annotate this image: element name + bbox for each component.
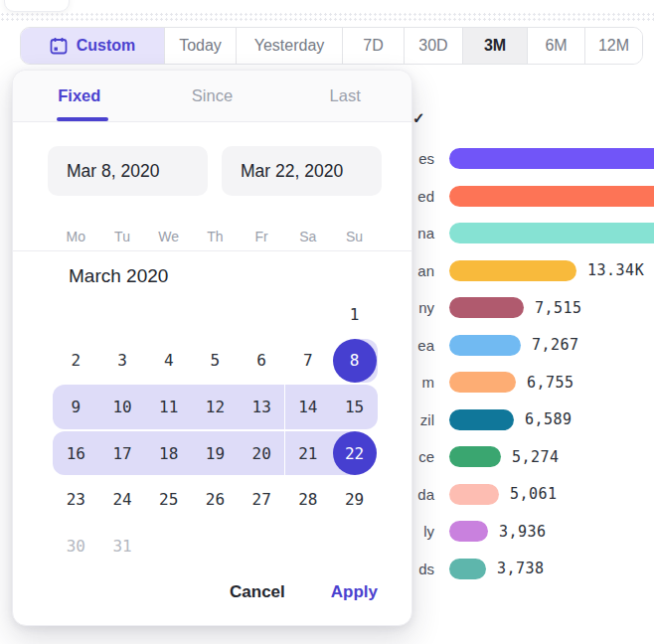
bar[interactable] [449,521,488,542]
bar[interactable] [449,148,654,169]
day-cell-14[interactable]: 14 [285,384,332,430]
day-number: 20 [252,444,271,463]
day-cell-4[interactable]: 4 [145,338,192,385]
day-cell-21[interactable]: 21 [285,430,332,477]
calendar-week-row: 16171819202122 [53,430,378,477]
end-date-input[interactable]: Mar 22, 2020 [222,146,382,196]
bar[interactable] [449,484,499,505]
bar-value: 6,589 [525,402,572,439]
bar[interactable] [449,559,486,579]
day-cell-17[interactable]: 17 [99,430,146,477]
empty-cell [145,291,192,338]
day-cell-13[interactable]: 13 [239,384,285,430]
segment-label: 12M [598,37,629,55]
day-cell-22[interactable]: 22 [331,430,378,477]
tab-label: Since [192,86,233,105]
bar-value: 7,267 [532,327,579,365]
day-cell-16[interactable]: 16 [53,430,99,477]
day-cell-11[interactable]: 11 [145,384,192,430]
end-date-value: Mar 22, 2020 [241,161,343,182]
day-number: 8 [350,351,360,370]
bar-value: 5,061 [510,476,558,514]
range-segment-3m[interactable]: 3M [463,28,528,64]
empty-cell [145,523,192,569]
day-cell-3[interactable]: 3 [99,338,146,385]
empty-cell [192,523,239,569]
range-segment-30d[interactable]: 30D [405,28,463,64]
start-date-value: Mar 8, 2020 [67,161,159,182]
day-number: 3 [117,351,127,370]
day-number: 17 [112,444,131,463]
day-cell-18[interactable]: 18 [145,430,192,477]
date-mode-tabs: FixedSinceLast [13,71,411,122]
calendar-week-row: 2345678 [53,338,378,385]
day-cell-29[interactable]: 29 [331,476,378,523]
day-number: 1 [350,305,360,324]
empty-cell [331,523,378,569]
day-number: 18 [159,444,178,463]
bar[interactable] [449,372,516,393]
day-cell-9[interactable]: 9 [53,384,99,430]
day-cell-28[interactable]: 28 [285,476,332,523]
day-cell-24[interactable]: 24 [99,476,146,523]
empty-cell [239,291,285,338]
segment-label: Custom [77,37,136,55]
day-number: 26 [206,490,225,509]
weekday-label: We [145,222,192,250]
tab-since[interactable]: Since [146,71,279,121]
weekday-label: Fr [239,222,285,250]
cancel-button[interactable]: Cancel [230,582,285,602]
tab-last[interactable]: Last [278,71,411,121]
day-cell-26[interactable]: 26 [192,476,239,523]
day-number: 5 [211,351,221,370]
bar[interactable] [449,297,524,318]
range-segment-12m[interactable]: 12M [585,28,642,64]
day-cell-10[interactable]: 10 [99,384,146,430]
start-date-input[interactable]: Mar 8, 2020 [48,146,208,196]
day-cell-15[interactable]: 15 [331,384,378,430]
bar[interactable] [449,260,576,281]
day-cell-1[interactable]: 1 [331,291,378,338]
range-segment-today[interactable]: Today [165,28,237,64]
day-cell-8[interactable]: 8 [331,338,378,385]
day-cell-2[interactable]: 2 [53,338,99,385]
bar[interactable] [449,186,654,207]
day-cell-12[interactable]: 12 [192,384,239,430]
range-segment-6m[interactable]: 6M [528,28,585,64]
day-cell-5[interactable]: 5 [192,338,239,385]
day-cell-20[interactable]: 20 [239,430,285,477]
day-number: 6 [256,351,266,370]
date-range-toolbar: CustomTodayYesterday7D30D3M6M12M [20,27,643,65]
day-number: 7 [303,351,313,370]
day-cell-19[interactable]: 19 [192,430,239,477]
day-cell-23[interactable]: 23 [53,476,99,523]
empty-cell [192,291,239,338]
empty-cell [99,291,146,338]
bar[interactable] [449,335,521,356]
bar[interactable] [449,446,501,467]
range-segment-7d[interactable]: 7D [343,28,405,64]
tab-label: Last [330,86,361,105]
day-number: 11 [159,398,178,416]
tab-fixed[interactable]: Fixed [13,71,146,121]
day-number: 21 [298,444,317,463]
day-number: 13 [252,398,271,416]
apply-button[interactable]: Apply [331,582,378,602]
calendar-week-row: 1 [53,291,378,338]
segment-label: Yesterday [254,37,325,55]
range-segment-custom[interactable]: Custom [21,28,165,64]
day-cell-27[interactable]: 27 [239,476,285,523]
date-picker-popover: FixedSinceLast Mar 8, 2020 Mar 22, 2020 … [12,70,412,626]
bar[interactable] [449,409,514,430]
range-segment-yesterday[interactable]: Yesterday [237,28,343,64]
day-cell-25[interactable]: 25 [145,476,192,523]
tab-label: Fixed [58,86,100,105]
day-number: 14 [298,398,317,416]
bar[interactable] [449,223,654,243]
calendar-grid: 1234567891011121314151617181920212223242… [53,291,378,569]
day-number: 25 [159,490,178,509]
check-icon: ✓ [412,109,425,127]
day-cell-6[interactable]: 6 [239,338,285,385]
day-number: 12 [206,398,225,416]
day-cell-7[interactable]: 7 [285,338,332,385]
